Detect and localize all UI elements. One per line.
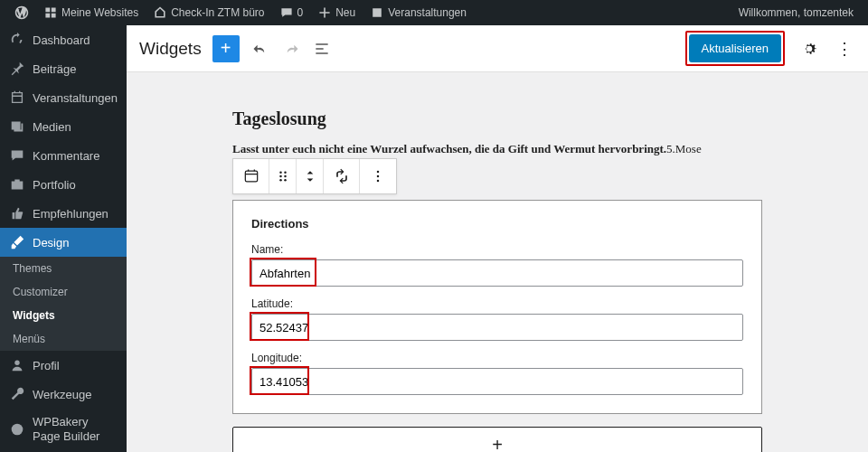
sidebar-label: Werkzeuge <box>33 388 92 401</box>
field-latitude: Latitude: <box>251 297 743 341</box>
page-title: Widgets <box>139 39 202 59</box>
tageslosung-quote: Lasst unter euch nicht eine Wurzel aufwa… <box>232 142 762 156</box>
quote-bold: Lasst unter euch nicht eine Wurzel aufwa… <box>232 142 666 155</box>
field-name: Name: <box>251 243 743 287</box>
sidebar-item-portfolio[interactable]: Portfolio <box>0 170 127 199</box>
svg-rect-3 <box>245 171 257 182</box>
svg-point-4 <box>279 172 282 174</box>
sidebar-item-recommend[interactable]: Empfehlungen <box>0 199 127 228</box>
sidebar-item-comments[interactable]: Kommentare <box>0 141 127 170</box>
sidebar-label: Dashboard <box>33 33 90 47</box>
new-label: Neu <box>335 6 355 19</box>
sidebar-sub-widgets[interactable]: Widgets <box>0 304 127 327</box>
editor-toolbar: Widgets + Aktualisieren ⋮ <box>127 25 868 72</box>
append-block-button[interactable]: + <box>232 427 762 452</box>
sidebar-item-tools[interactable]: Werkzeuge <box>0 380 127 409</box>
block-more-button[interactable] <box>360 159 396 193</box>
sidebar-label: Medien <box>33 120 71 134</box>
sidebar-label: Beiträge <box>33 62 76 76</box>
longitude-label: Longitude: <box>251 352 743 364</box>
sidebar-label: Empfehlungen <box>33 207 108 221</box>
sidebar-label: WPBakery Page Builder <box>33 415 118 443</box>
comments-link[interactable]: 0 <box>272 5 311 20</box>
sidebar-label: Design <box>33 236 69 250</box>
welcome-text: Willkommen, tomzentek <box>739 6 854 19</box>
svg-point-7 <box>284 175 287 178</box>
block-type-button[interactable] <box>233 159 269 193</box>
dashboard-icon <box>9 32 25 48</box>
sidebar-item-posts[interactable]: Beiträge <box>0 54 127 83</box>
sidebar-item-design[interactable]: Design <box>0 228 127 257</box>
block-title: Directions <box>251 217 743 231</box>
sidebar-label: Portfolio <box>33 178 76 192</box>
new-link[interactable]: Neu <box>310 5 363 20</box>
site-label: Check-In ZTM büro <box>171 6 264 19</box>
svg-point-0 <box>14 361 19 365</box>
svg-point-12 <box>377 180 380 183</box>
list-view-button[interactable] <box>312 39 332 59</box>
drag-handle[interactable] <box>269 159 297 193</box>
move-up-down-button[interactable] <box>297 159 324 193</box>
sidebar-label: Kommentare <box>33 149 99 163</box>
update-highlight: Aktualisieren <box>685 31 785 66</box>
sidebar-item-events[interactable]: Veranstaltungen <box>0 83 127 112</box>
pin-icon <box>9 61 25 77</box>
comments-count: 0 <box>297 6 304 19</box>
add-block-button[interactable]: + <box>212 35 240 62</box>
my-sites-label: Meine Websites <box>61 6 138 19</box>
svg-point-1 <box>12 423 24 435</box>
tageslosung-heading: Tageslosung <box>232 108 762 129</box>
undo-button[interactable] <box>250 39 270 59</box>
sidebar-item-dashboard[interactable]: Dashboard <box>0 25 127 54</box>
quote-ref: 5.Mose <box>666 142 702 155</box>
content-area: Widgets + Aktualisieren ⋮ Tageslosung La… <box>127 25 868 452</box>
calendar-icon <box>9 89 25 106</box>
admin-sidebar: Dashboard Beiträge Veranstaltungen Medie… <box>0 25 127 452</box>
name-label: Name: <box>251 243 743 256</box>
brush-icon <box>9 234 25 250</box>
tageslosung-widget: Tageslosung Lasst unter euch nicht eine … <box>232 72 762 156</box>
wpbakery-icon <box>9 421 25 438</box>
longitude-input[interactable] <box>251 368 743 395</box>
name-input[interactable] <box>251 259 743 287</box>
block-toolbar <box>232 158 397 194</box>
sidebar-item-wpbakery[interactable]: WPBakery Page Builder <box>0 409 127 449</box>
latitude-input[interactable] <box>251 314 743 341</box>
sidebar-sub-themes[interactable]: Themes <box>0 257 127 280</box>
svg-point-8 <box>279 179 282 182</box>
sidebar-item-media[interactable]: Medien <box>0 112 127 141</box>
latitude-label: Latitude: <box>251 297 743 310</box>
svg-point-11 <box>377 175 380 178</box>
site-link[interactable]: Check-In ZTM büro <box>146 5 271 20</box>
events-link[interactable]: Veranstaltungen <box>363 5 474 20</box>
sidebar-item-profile[interactable]: Profil <box>0 351 127 380</box>
admin-bar: Meine Websites Check-In ZTM büro 0 Neu V… <box>0 0 868 25</box>
sidebar-sub-menus[interactable]: Menüs <box>0 327 127 351</box>
settings-button[interactable] <box>796 35 823 62</box>
sidebar-submenu-design: Themes Customizer Widgets Menüs <box>0 257 127 351</box>
user-icon <box>9 357 25 373</box>
my-sites-link[interactable]: Meine Websites <box>36 5 146 20</box>
svg-point-6 <box>279 175 282 178</box>
thumbs-up-icon <box>9 205 25 221</box>
transform-button[interactable] <box>324 159 360 193</box>
events-label: Veranstaltungen <box>388 6 467 19</box>
svg-point-5 <box>284 172 287 174</box>
sidebar-label: Veranstaltungen <box>33 91 118 105</box>
more-options-button[interactable]: ⋮ <box>834 35 855 62</box>
svg-point-9 <box>284 179 287 182</box>
wrench-icon <box>9 386 25 402</box>
comment-icon <box>9 147 25 164</box>
update-button[interactable]: Aktualisieren <box>689 34 781 62</box>
field-longitude: Longitude: <box>251 352 743 395</box>
sidebar-label: Profil <box>33 359 60 372</box>
svg-point-10 <box>377 171 380 174</box>
wordpress-logo[interactable] <box>7 5 36 20</box>
media-icon <box>9 118 25 135</box>
directions-block[interactable]: Directions Name: Latitude: <box>232 200 762 414</box>
sidebar-sub-customizer[interactable]: Customizer <box>0 280 127 304</box>
portfolio-icon <box>9 176 25 193</box>
editor-canvas[interactable]: Tageslosung Lasst unter euch nicht eine … <box>127 72 868 452</box>
welcome-link[interactable]: Willkommen, tomzentek <box>731 6 861 19</box>
redo-button[interactable] <box>281 39 301 59</box>
